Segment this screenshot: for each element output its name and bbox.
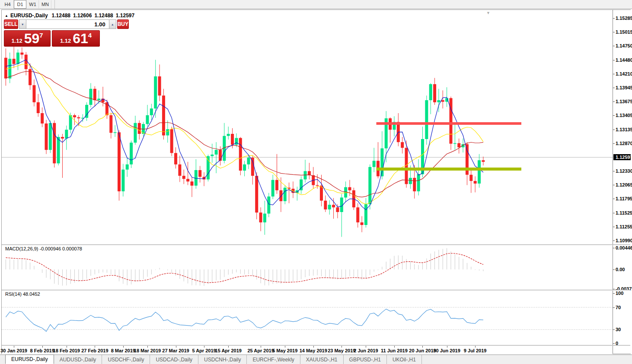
date-label: 9 Jul 2019: [464, 348, 487, 353]
chart-tab-xauusd[interactable]: XAUUSD-,H1: [300, 355, 344, 364]
date-label: 8 Mar 2019: [111, 348, 135, 353]
date-label: 30 Jan 2019: [0, 348, 27, 353]
chart-tab-eurusd[interactable]: EURUSD-,Daily: [5, 355, 54, 364]
price-axis-label: 1.14210: [616, 71, 632, 76]
date-label: 18 Mar 2019: [134, 348, 161, 353]
price-axis-label: 1.11525: [616, 210, 632, 215]
axis-tick: [613, 88, 615, 88]
chart-tab-usdcnh[interactable]: USDCNH-,Daily: [198, 355, 247, 364]
date-label: 11 Jun 2019: [381, 348, 408, 353]
axis-tick: [613, 307, 615, 308]
date-tick: [123, 346, 124, 348]
price-axis-label: 1.13405: [616, 113, 632, 118]
date-tick: [475, 346, 476, 348]
toolbar-separator: [54, 0, 55, 9]
rsi-axis-label: 100: [616, 291, 623, 296]
date-label: 14 May 2019: [300, 348, 327, 353]
chart-tab-usdchf[interactable]: USDCHF-,Daily: [102, 355, 150, 364]
date-tick: [95, 346, 95, 348]
chart-tab-usdcad[interactable]: USDCAD-,Daily: [150, 355, 198, 364]
volume-increase-button[interactable]: ▲: [109, 19, 116, 29]
date-tick: [14, 346, 14, 348]
date-tick: [204, 346, 204, 348]
date-label: 27 Feb 2019: [81, 348, 108, 353]
sell-price-button[interactable]: 1.12 59 7: [4, 30, 51, 47]
price-axis-label: 1.12870: [616, 141, 632, 146]
date-tick: [285, 346, 285, 348]
quote-high: 1.12606: [73, 13, 92, 19]
buy-button[interactable]: BUY: [117, 19, 129, 29]
date-tick: [67, 346, 67, 348]
chart-window[interactable]: ▲ EURUSD-,Daily 1.12488 1.12606 1.12488 …: [1, 9, 631, 354]
chart-tab-audusd[interactable]: AUDUSD-,Daily: [54, 355, 102, 364]
volume-stepper: ▼ ▲: [19, 19, 116, 29]
axis-tick: [613, 60, 615, 60]
panel-separator[interactable]: [2, 290, 630, 291]
chart-tab-eurchf[interactable]: EURCHF-,Weekly: [247, 355, 300, 364]
axis-tick: [613, 241, 615, 241]
price-axis-label: 1.10990: [616, 238, 632, 243]
axis-tick: [613, 130, 615, 130]
date-tick: [422, 346, 423, 348]
axis-tick: [613, 171, 615, 171]
axis-tick: [613, 329, 615, 330]
collapse-icon[interactable]: ▲: [5, 14, 8, 18]
axis-tick: [613, 32, 615, 32]
timeframe-button-d1[interactable]: D1: [14, 0, 26, 9]
price-axis-label: 1.15015: [616, 29, 632, 35]
price-axis-label: 1.11255: [616, 224, 632, 229]
current-price-tag: 1.12597: [613, 154, 631, 160]
axis-tick: [613, 18, 615, 19]
chart-tab-gbpusd[interactable]: GBPUSD-,H1: [344, 355, 387, 364]
macd-chart[interactable]: [2, 245, 613, 290]
chart-title: ▲ EURUSD-,Daily 1.12488 1.12606 1.12488 …: [5, 13, 137, 19]
timeframe-button-w1[interactable]: W1: [26, 0, 39, 9]
date-tick: [342, 346, 342, 348]
trading-terminal: { "toolbar": { "timeframes": [ {"label":…: [0, 0, 632, 364]
date-label: 18 Feb 2019: [53, 348, 80, 353]
rsi-label: RSI(14) 48.0452: [5, 291, 40, 297]
axis-tick: [613, 227, 615, 227]
panel-separator[interactable]: [2, 244, 630, 245]
buy-price-sup: 4: [88, 31, 92, 39]
sell-price-big: 59: [24, 31, 40, 46]
axis-tick: [613, 74, 615, 74]
date-tick: [228, 346, 229, 348]
rsi-axis-label: 70: [616, 305, 621, 310]
price-axis-label: 1.13135: [616, 127, 632, 132]
quote-open: 1.12488: [52, 13, 70, 19]
date-axis: 30 Jan 20198 Feb 201918 Feb 201927 Feb 2…: [2, 346, 613, 355]
date-label: 27 Mar 2019: [162, 348, 189, 353]
price-axis-label: 1.14480: [616, 57, 632, 63]
sell-button[interactable]: SELL: [4, 19, 18, 29]
date-tick: [366, 346, 366, 348]
price-axis-label: 1.11795: [616, 196, 632, 201]
date-label: 23 May 2019: [328, 348, 355, 353]
volume-decrease-button[interactable]: ▼: [19, 19, 26, 29]
axis-tick: [613, 213, 615, 213]
macd-axis-label: 0.004465: [616, 245, 632, 250]
buy-price-prefix: 1.12: [60, 38, 71, 46]
macd-axis-label: 0.00: [616, 267, 625, 272]
price-axis: 1.152851.150151.147501.144801.142101.139…: [613, 10, 631, 354]
volume-input[interactable]: [26, 19, 109, 29]
axis-tick: [613, 143, 615, 144]
timeframe-toolbar: H4D1W1MN: [0, 0, 632, 9]
one-click-trading-panel: SELL ▼ ▲ BUY 1.12 59 7 1.12 61 4: [4, 19, 100, 47]
rsi-chart[interactable]: [2, 291, 613, 345]
scroll-to-end-icon[interactable]: ▼: [486, 11, 490, 15]
chart-tab-ukoil[interactable]: UKOil-,H1: [387, 355, 422, 364]
axis-tick: [613, 199, 615, 199]
sell-price-sup: 7: [39, 31, 43, 39]
price-axis-label: 1.13675: [616, 99, 632, 104]
price-axis-label: 1.15285: [616, 16, 632, 21]
price-axis-label: 1.14750: [616, 43, 632, 48]
date-tick: [447, 346, 447, 348]
timeframe-button-h4[interactable]: H4: [1, 0, 14, 9]
date-tick: [313, 346, 314, 348]
buy-price-button[interactable]: 1.12 61 4: [52, 30, 100, 47]
price-axis-label: 1.12065: [616, 182, 632, 187]
axis-tick: [613, 185, 615, 185]
panel-separator[interactable]: [2, 345, 630, 346]
timeframe-button-mn[interactable]: MN: [39, 0, 51, 9]
